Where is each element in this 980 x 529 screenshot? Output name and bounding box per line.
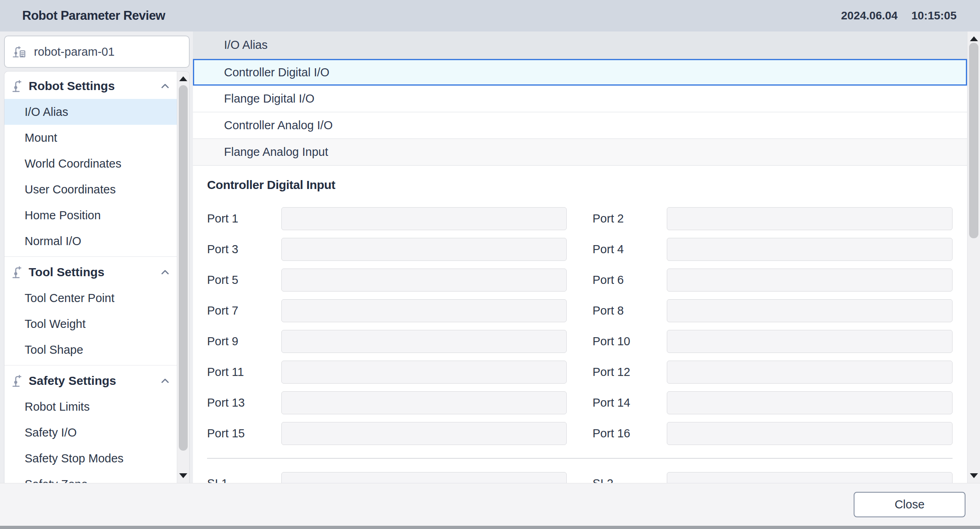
sidebar-section-safety-settings[interactable]: Safety Settings	[4, 368, 177, 394]
port-field-si-2[interactable]	[667, 472, 953, 483]
si-port-grid: SI 1 SI 2	[207, 468, 953, 483]
sidebar-section-label: Safety Settings	[29, 374, 116, 388]
port-label-port-9: Port 9	[207, 335, 281, 348]
port-field-port-15[interactable]	[281, 422, 567, 445]
sidebar-item-label: Mount	[25, 131, 57, 145]
sidebar-section-tool-settings[interactable]: Tool Settings	[4, 259, 177, 285]
sidebar-menu-panel: Robot Settings I/O Alias Mount World Coo…	[4, 71, 190, 483]
sidebar-item-world-coordinates[interactable]: World Coordinates	[4, 151, 177, 176]
sidebar-item-tool-weight[interactable]: Tool Weight	[4, 311, 177, 337]
sidebar-item-label: Home Position	[25, 209, 101, 222]
sidebar-item-i-o-alias[interactable]: I/O Alias	[4, 99, 177, 125]
port-label-si-1: SI 1	[207, 477, 281, 483]
sidebar-section: Safety Settings Robot Limits Safety I/O …	[4, 365, 177, 483]
parameter-name-value: robot-param-01	[34, 45, 115, 59]
port-field-port-1[interactable]	[281, 207, 567, 230]
scroll-down-icon[interactable]	[179, 473, 187, 478]
main-scrollbar-thumb[interactable]	[969, 43, 978, 238]
list-row-label: Controller Digital I/O	[224, 66, 329, 79]
robot-arm-icon	[11, 265, 25, 279]
controller-digital-input-form: Controller Digital Input Port 1 Port 2 P…	[193, 178, 967, 483]
list-row-label: Controller Analog I/O	[224, 119, 333, 132]
port-field-port-9[interactable]	[281, 330, 567, 353]
list-row-label: Flange Analog Input	[224, 145, 328, 159]
sidebar-item-label: I/O Alias	[25, 105, 68, 119]
port-field-port-3[interactable]	[281, 238, 567, 261]
scroll-up-icon[interactable]	[179, 76, 187, 81]
sidebar-item-mount[interactable]: Mount	[4, 125, 177, 151]
robot-parameter-review-window: Robot Parameter Review 2024.06.04 10:15:…	[0, 0, 980, 529]
list-row-i-o-alias: I/O Alias	[193, 31, 967, 59]
robot-arm-icon	[11, 79, 25, 93]
sidebar-section: Tool Settings Tool Center Point Tool Wei…	[4, 256, 177, 365]
port-field-port-7[interactable]	[281, 299, 567, 322]
port-field-port-10[interactable]	[667, 330, 953, 353]
sidebar-scrollbar[interactable]	[177, 71, 189, 483]
title-bar: Robot Parameter Review 2024.06.04 10:15:…	[0, 0, 980, 31]
port-label-port-11: Port 11	[207, 365, 281, 379]
port-field-port-12[interactable]	[667, 361, 953, 384]
sidebar-item-normal-i-o[interactable]: Normal I/O	[4, 228, 177, 254]
port-row: SI 1 SI 2	[207, 468, 953, 483]
time-label: 10:15:05	[911, 9, 957, 22]
sidebar-item-safety-stop-modes[interactable]: Safety Stop Modes	[4, 445, 177, 471]
sidebar-item-safety-zone[interactable]: Safety Zone	[4, 471, 177, 483]
port-field-port-14[interactable]	[667, 391, 953, 414]
port-row: Port 5 Port 6	[207, 264, 953, 295]
sidebar-item-tool-center-point[interactable]: Tool Center Point	[4, 285, 177, 311]
list-row-label: I/O Alias	[224, 38, 268, 52]
main-scrollbar[interactable]	[967, 31, 980, 483]
port-field-port-6[interactable]	[667, 269, 953, 292]
body: robot-param-01 Robot Settings	[0, 31, 980, 483]
sidebar-section-robot-settings[interactable]: Robot Settings	[4, 73, 177, 99]
sidebar-item-label: Tool Shape	[25, 343, 83, 357]
port-row: Port 11 Port 12	[207, 357, 953, 387]
sidebar-item-user-coordinates[interactable]: User Coordinates	[4, 176, 177, 202]
parameter-name-field[interactable]: robot-param-01	[4, 36, 190, 68]
scroll-down-icon[interactable]	[970, 473, 978, 478]
list-row-flange-digital-i-o[interactable]: Flange Digital I/O	[193, 86, 967, 112]
port-label-port-13: Port 13	[207, 396, 281, 409]
list-row-controller-digital-i-o[interactable]: Controller Digital I/O	[193, 59, 967, 86]
sidebar-section-items: I/O Alias Mount World Coordinates User C…	[4, 99, 177, 254]
port-field-port-5[interactable]	[281, 269, 567, 292]
list-row-flange-analog-input[interactable]: Flange Analog Input	[193, 139, 967, 166]
chevron-up-icon	[159, 375, 171, 387]
chevron-up-icon	[159, 266, 171, 278]
sidebar-item-home-position[interactable]: Home Position	[4, 202, 177, 228]
port-field-port-16[interactable]	[667, 422, 953, 445]
sidebar-item-label: User Coordinates	[25, 183, 116, 196]
port-label-port-8: Port 8	[593, 304, 667, 317]
port-grid: Port 1 Port 2 Port 3 Port 4 Port 5 Port …	[207, 203, 953, 449]
sidebar-scrollbar-thumb[interactable]	[179, 85, 188, 451]
sidebar-item-label: Tool Center Point	[25, 292, 114, 305]
port-row: Port 9 Port 10	[207, 326, 953, 357]
port-label-port-4: Port 4	[593, 243, 667, 256]
sidebar-item-tool-shape[interactable]: Tool Shape	[4, 337, 177, 363]
footer-bar: Close	[0, 483, 980, 526]
port-field-port-11[interactable]	[281, 361, 567, 384]
sidebar-item-robot-limits[interactable]: Robot Limits	[4, 394, 177, 420]
port-label-port-12: Port 12	[593, 365, 667, 379]
close-button[interactable]: Close	[854, 492, 965, 517]
port-row: Port 13 Port 14	[207, 387, 953, 418]
port-field-port-2[interactable]	[667, 207, 953, 230]
sidebar-item-safety-i-o[interactable]: Safety I/O	[4, 420, 177, 445]
port-label-port-1: Port 1	[207, 212, 281, 225]
list-row-controller-analog-i-o[interactable]: Controller Analog I/O	[193, 112, 967, 139]
port-field-port-8[interactable]	[667, 299, 953, 322]
port-label-port-6: Port 6	[593, 273, 667, 287]
scroll-up-icon[interactable]	[970, 36, 978, 41]
port-row: Port 1 Port 2	[207, 203, 953, 234]
sidebar-section-items: Tool Center Point Tool Weight Tool Shape	[4, 285, 177, 363]
sidebar-item-label: Normal I/O	[25, 235, 81, 248]
port-label-si-2: SI 2	[593, 477, 667, 483]
port-field-port-4[interactable]	[667, 238, 953, 261]
sidebar-item-label: Safety I/O	[25, 426, 77, 439]
port-field-si-1[interactable]	[281, 472, 567, 483]
port-field-port-13[interactable]	[281, 391, 567, 414]
port-row: Port 7 Port 8	[207, 295, 953, 326]
port-label-port-2: Port 2	[593, 212, 667, 225]
robot-document-icon	[12, 44, 28, 59]
bottom-edge-strip	[0, 526, 980, 529]
